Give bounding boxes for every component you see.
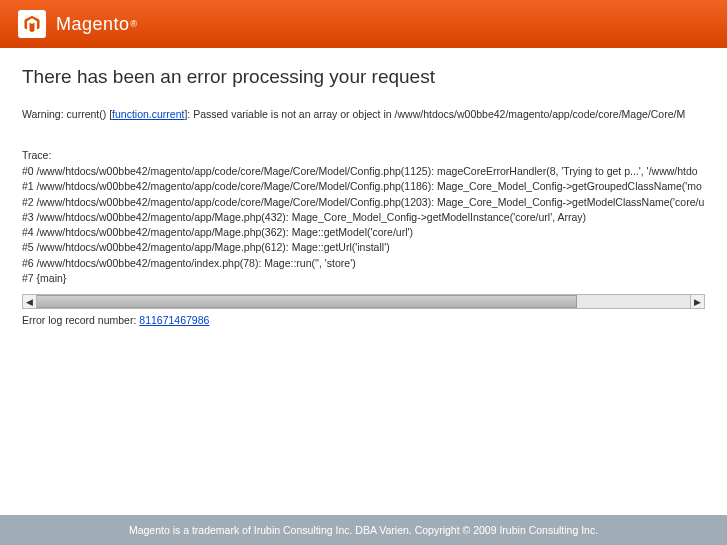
main-content: There has been an error processing your … xyxy=(0,48,727,336)
function-current-link[interactable]: function.current xyxy=(112,108,184,120)
stack-trace: Trace: #0 /www/htdocs/w00bbe42/magento/a… xyxy=(22,148,705,286)
log-record-line: Error log record number: 811671467986 xyxy=(22,314,705,326)
trace-line: #6 /www/htdocs/w00bbe42/magento/index.ph… xyxy=(22,256,705,271)
footer-text: Magento is a trademark of Irubin Consult… xyxy=(129,524,598,536)
trace-label: Trace: xyxy=(22,148,705,163)
scroll-track[interactable] xyxy=(37,294,690,309)
trace-line: #4 /www/htdocs/w00bbe42/magento/app/Mage… xyxy=(22,225,705,240)
scroll-left-button[interactable]: ◀ xyxy=(22,294,37,309)
log-record-link[interactable]: 811671467986 xyxy=(139,314,209,326)
scroll-thumb[interactable] xyxy=(37,295,577,308)
magento-logo-icon xyxy=(18,10,46,38)
trace-line: #7 {main} xyxy=(22,271,705,286)
warning-prefix: Warning: current() [ xyxy=(22,108,112,120)
warning-suffix: ]: Passed variable is not an array or ob… xyxy=(184,108,685,120)
registered-mark: ® xyxy=(131,19,138,29)
trace-line: #5 /www/htdocs/w00bbe42/magento/app/Mage… xyxy=(22,240,705,255)
brand-name: Magento xyxy=(56,14,130,35)
trace-line: #0 /www/htdocs/w00bbe42/magento/app/code… xyxy=(22,164,705,179)
header: Magento ® xyxy=(0,0,727,48)
trace-line: #2 /www/htdocs/w00bbe42/magento/app/code… xyxy=(22,195,705,210)
footer: Magento is a trademark of Irubin Consult… xyxy=(0,515,727,545)
scroll-right-button[interactable]: ▶ xyxy=(690,294,705,309)
log-record-label: Error log record number: xyxy=(22,314,139,326)
horizontal-scrollbar: ◀ ▶ xyxy=(22,294,705,310)
page-title: There has been an error processing your … xyxy=(22,66,705,88)
trace-line: #3 /www/htdocs/w00bbe42/magento/app/Mage… xyxy=(22,210,705,225)
warning-message: Warning: current() [function.current]: P… xyxy=(22,108,705,120)
trace-line: #1 /www/htdocs/w00bbe42/magento/app/code… xyxy=(22,179,705,194)
